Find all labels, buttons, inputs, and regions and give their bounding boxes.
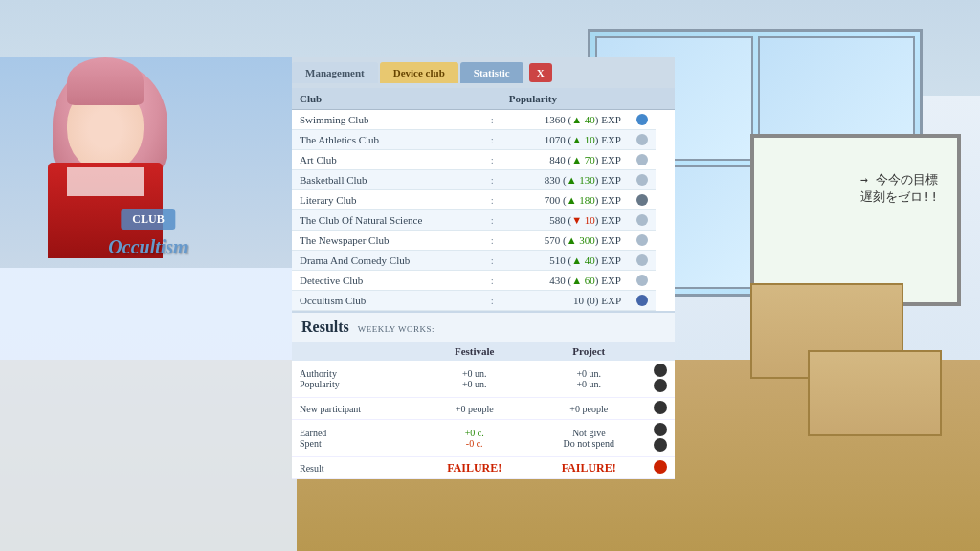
result-project: FAILURE!	[531, 457, 646, 479]
club-title: Occultism	[108, 236, 188, 258]
desk-2	[808, 350, 942, 436]
participant-label: New participant	[292, 398, 417, 420]
club-popularity: 1360 (▲ 40) EXP	[501, 110, 629, 130]
table-row: Occultism club : 10 (0) EXP	[292, 291, 675, 311]
tab-statistic[interactable]: Statistic	[460, 62, 523, 83]
results-table: Festivale Project AuthorityPopularity +0…	[292, 342, 675, 479]
participant-festivale: +0 people	[417, 398, 532, 420]
authority-festivale: +0 un.+0 un.	[417, 361, 532, 398]
col-action-header	[656, 88, 675, 110]
earned-festivale: +0 c.-0 c.	[417, 420, 532, 457]
earned-label: EarnedSpent	[292, 420, 417, 457]
col-sep: :	[483, 210, 501, 231]
table-row: Basketball club : 830 (▲ 130) EXP	[292, 170, 675, 190]
club-name: The athletics club	[292, 130, 483, 150]
club-name: Art club	[292, 150, 483, 170]
club-dot[interactable]	[629, 150, 656, 170]
results-col-action	[646, 342, 675, 361]
table-row: Drama and Comedy club : 510 (▲ 40) EXP	[292, 251, 675, 271]
close-button[interactable]: X	[529, 63, 552, 82]
club-dot[interactable]	[629, 130, 656, 150]
participant-project: +0 people	[531, 398, 646, 420]
club-name: The club of natural science	[292, 210, 483, 231]
results-section: Results Weekly works: Festivale Project …	[292, 311, 675, 479]
col-popularity-header: Popularity	[501, 88, 656, 110]
col-sep: :	[483, 170, 501, 190]
char-hair-top	[67, 57, 144, 105]
results-row-earned: EarnedSpent +0 c.-0 c. Not giveDo not sp…	[292, 420, 675, 457]
club-name: Basketball club	[292, 170, 483, 190]
results-row-result: Result FAILURE! FAILURE!	[292, 457, 675, 479]
club-popularity: 840 (▲ 70) EXP	[501, 150, 629, 170]
col-sep: :	[483, 251, 501, 271]
earned-project: Not giveDo not spend	[531, 420, 646, 457]
club-dot[interactable]	[629, 291, 656, 311]
club-name: Detective club	[292, 271, 483, 291]
results-title: Results	[301, 319, 349, 335]
club-popularity: 10 (0) EXP	[501, 291, 629, 311]
col-sep: :	[483, 271, 501, 291]
club-table: Club Popularity Swimming club : 1360 (▲ …	[292, 88, 675, 311]
authority-label: AuthorityPopularity	[292, 361, 417, 398]
table-row: The club of natural science : 580 (▼ 10)…	[292, 210, 675, 231]
tab-management[interactable]: Management	[292, 62, 378, 83]
char-shirt	[67, 167, 144, 196]
club-dot[interactable]	[629, 170, 656, 190]
result-festivale: FAILURE!	[417, 457, 532, 479]
results-col-project: Project	[531, 342, 646, 361]
left-panel: CLUB Occultism The Occult club is a stra…	[0, 57, 297, 551]
tab-bar: Management Device club Statistic X	[292, 57, 675, 88]
club-popularity: 510 (▲ 40) EXP	[501, 251, 629, 271]
club-popularity: 700 (▲ 180) EXP	[501, 190, 629, 210]
club-popularity: 830 (▲ 130) EXP	[501, 170, 629, 190]
results-col-festivale: Festivale	[417, 342, 532, 361]
table-row: Literary club : 700 (▲ 180) EXP	[292, 190, 675, 210]
table-row: Swimming club : 1360 (▲ 40) EXP	[292, 110, 675, 130]
col-sep: :	[483, 150, 501, 170]
whiteboard: → 今今の目標 遅刻をゼロ!!	[750, 134, 961, 306]
results-header: Results Weekly works:	[292, 313, 675, 342]
results-col-empty	[292, 342, 417, 361]
tab-device-club[interactable]: Device club	[380, 62, 458, 83]
earned-dot	[646, 420, 675, 457]
club-name: Occultism club	[292, 291, 483, 311]
club-popularity: 570 (▲ 300) EXP	[501, 231, 629, 251]
table-row: The newspaper club : 570 (▲ 300) EXP	[292, 231, 675, 251]
col-separator-header	[483, 88, 501, 110]
authority-project: +0 un.+0 un.	[531, 361, 646, 398]
club-badge: CLUB	[121, 209, 175, 230]
col-sep: :	[483, 190, 501, 210]
club-dot[interactable]	[629, 210, 656, 231]
club-name: Literary club	[292, 190, 483, 210]
results-subtitle: Weekly works:	[358, 324, 434, 334]
club-name: The newspaper club	[292, 231, 483, 251]
main-panel: Management Device club Statistic X Club …	[292, 57, 675, 479]
whiteboard-text: → 今今の目標 遅刻をゼロ!!	[860, 171, 938, 206]
club-dot[interactable]	[629, 110, 656, 130]
club-dot[interactable]	[629, 231, 656, 251]
col-club-header: Club	[292, 88, 483, 110]
table-row: Art club : 840 (▲ 70) EXP	[292, 150, 675, 170]
club-popularity: 1070 (▲ 10) EXP	[501, 130, 629, 150]
table-row: The athletics club : 1070 (▲ 10) EXP	[292, 130, 675, 150]
authority-dot	[646, 361, 675, 398]
col-sep: :	[483, 130, 501, 150]
club-name: Drama and Comedy club	[292, 251, 483, 271]
club-popularity: 580 (▼ 10) EXP	[501, 210, 629, 231]
club-name: Swimming club	[292, 110, 483, 130]
club-dot[interactable]	[629, 190, 656, 210]
club-dot[interactable]	[629, 271, 656, 291]
results-row-authority: AuthorityPopularity +0 un.+0 un. +0 un.+…	[292, 361, 675, 398]
result-label: Result	[292, 457, 417, 479]
participant-dot	[646, 398, 675, 420]
character-area: CLUB Occultism	[0, 57, 297, 268]
table-row: Detective club : 430 (▲ 60) EXP	[292, 271, 675, 291]
result-dot	[646, 457, 675, 479]
club-dot[interactable]	[629, 251, 656, 271]
col-sep: :	[483, 110, 501, 130]
col-sep: :	[483, 291, 501, 311]
results-row-participant: New participant +0 people +0 people	[292, 398, 675, 420]
club-popularity: 430 (▲ 60) EXP	[501, 271, 629, 291]
col-sep: :	[483, 231, 501, 251]
